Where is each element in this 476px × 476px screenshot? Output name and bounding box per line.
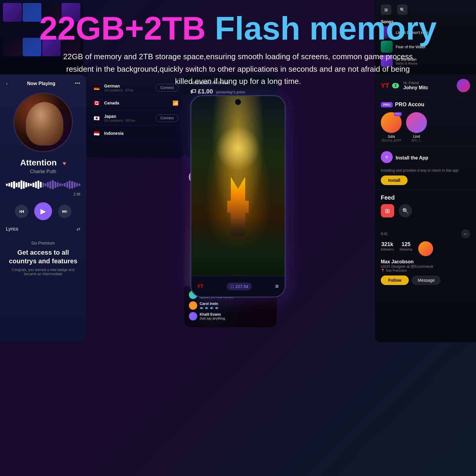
waveform-bar [11,182,12,187]
following-count: 125 [400,241,412,248]
waveform-bar [74,182,76,187]
waveform-bar [52,180,54,189]
pro-avatar-item: Lind @lili_x_ [406,112,427,142]
profile-time: 9:41 [381,232,388,236]
waveform-bar [49,181,51,189]
heart-icon[interactable]: ♥ [62,160,66,167]
profile-stats: 321k followers 125 following [381,241,470,256]
install-title: Install the App [396,155,428,161]
waveform-bar [18,182,20,188]
eth-icon: ⬡ [230,284,234,289]
shuffle-icon[interactable]: ⇄ [76,226,80,232]
waveform-bar [47,182,49,187]
waveform-bar [59,183,61,186]
album-face [26,102,63,145]
followers-count: 321k [381,241,394,248]
waveform-bar [54,181,56,188]
waveform-bar [28,183,29,187]
go-premium-label[interactable]: Go Premium [6,241,80,245]
waveform-bar [69,181,71,189]
pro-badge-row: PRO PRO Accou [381,101,470,108]
comment-avatar [189,312,197,320]
waveform-bar [8,183,10,187]
profile-name: Max Jacobson [381,259,433,264]
vpn-country-name: Indonesia [104,131,178,136]
followers-label: followers [381,248,394,251]
vpn-item: 🇮🇩 Indonesia [92,126,178,141]
waveform-bar [79,184,80,186]
pro-avatar-handle: @lili_x_ [406,139,427,142]
title-part-1: 22GB+2TB [39,10,206,46]
track-duration: 2:38 [6,192,80,196]
header-section: 22GB+2TB Flash memory 22GB of memory and… [0,0,476,94]
comment-text: Just say anything. [200,317,226,320]
lyrics-label[interactable]: Lyrics [6,226,18,232]
eth-badge: ⬡ 227.54 [227,283,252,290]
flag-indonesia: 🇮🇩 [92,129,101,138]
waveform-bar [13,181,15,189]
install-desc: Installing and provides d way to return … [381,168,470,173]
install-icon: + [381,151,393,163]
phone-bottom-bar: YT ⬡ 227.54 ≡ [191,276,285,297]
center-phone: YT ⬡ 227.54 ≡ [190,95,286,298]
waveform-bar [37,181,39,189]
location-icon: 📍 [381,269,385,272]
following-stat: 125 following [400,241,412,256]
vpn-item: 🇯🇵 Japan 10 Locations · 267ms Connect [92,111,178,126]
waveform-bar [21,180,22,189]
live-comment: Khalil Evans Just say anything. [189,312,272,320]
back-button[interactable]: ← [461,229,470,238]
vpn-country-name: Canada [104,101,173,105]
pro-avatar-name: Julia [381,134,402,139]
waveform [6,179,80,191]
profile-avatar [418,241,433,256]
waveform-bar [76,183,78,187]
pro-badge-small: PRO [394,112,402,116]
follow-button[interactable]: Follow [381,275,409,285]
play-button[interactable]: ▶ [34,202,52,220]
connect-button[interactable]: Connect [156,114,178,122]
install-section: + Install the App Installing and provide… [375,147,476,190]
premium-sub: Congrats, you earned a new badge and bec… [6,268,80,276]
track-info: Attention ♥ Charlie Puth [6,158,80,174]
album-art [13,93,73,152]
following-label: following [400,248,412,251]
waveform-bar [23,181,25,189]
vpn-country-name: Japan [104,114,156,119]
pro-avatar-julia[interactable]: PRO [381,112,402,133]
pro-avatars: PRO Julia @pussy_girl94 Lind @lili_x_ [381,112,470,142]
glow-effect [216,126,260,171]
track-artist: Charlie Puth [6,169,80,174]
flag-japan: 🇯🇵 [92,114,101,123]
live-comment: Carol Irwin 🐟 🐟 🐟 🐟 [189,301,272,310]
signal-icon: 📶 [173,100,178,106]
pro-title: PRO Accou [395,101,424,108]
waveform-bar [40,182,42,188]
comment-avatar [189,301,197,310]
comment-text: 🐟 🐟 🐟 🐟 [200,306,219,310]
subtitle-text: 22GB of memory and 2TB storage space,ens… [60,51,416,88]
menu-icon[interactable]: ≡ [275,283,279,290]
phone-notch [235,99,241,105]
right-panel: YT 2 Hi, Friend Johny Mitc PRO PRO Accou… [375,74,476,342]
vpn-item: 🇨🇦 Canada 📶 [92,95,178,111]
pro-section: PRO PRO Accou PRO Julia @pussy_girl94 Li… [375,97,476,147]
next-button[interactable]: ⏭ [58,205,71,218]
install-button[interactable]: Install [381,176,408,185]
waveform-bar [6,184,8,186]
profile-card: 9:41 ← 321k followers 125 following Max … [375,225,476,289]
message-button[interactable]: Message [412,275,441,285]
feed-section: Feed ⊞ 🔍 [375,190,476,225]
flag-canada: 🇨🇦 [92,98,101,107]
vpn-detail: 10 Locations · 267ms [104,119,156,122]
phone-screen [191,96,285,297]
title-part-2: Flash memory [215,10,437,46]
feed-search-icon[interactable]: 🔍 [399,204,412,217]
waveform-bar [30,184,32,186]
pro-avatar-linda[interactable] [406,112,427,133]
followers-stat: 321k followers [381,241,394,256]
profile-btn-row: Follow Message [381,275,470,285]
waveform-bar [62,184,63,186]
feed-apps-icon[interactable]: ⊞ [381,204,394,217]
prev-button[interactable]: ⏮ [15,205,28,218]
